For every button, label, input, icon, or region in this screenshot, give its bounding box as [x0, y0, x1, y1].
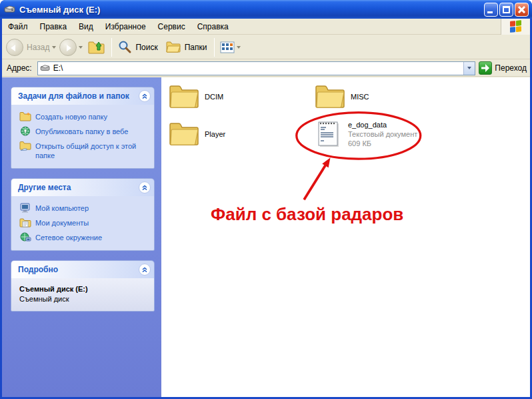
menu-favorites[interactable]: Избранное: [99, 20, 152, 33]
panel-other-places: Другие места: [11, 178, 155, 251]
task-label: Сетевое окружение: [35, 232, 102, 242]
collapse-button[interactable]: [139, 264, 151, 276]
folder-tile-dcim[interactable]: DCIM: [169, 84, 223, 109]
up-button[interactable]: [85, 38, 109, 57]
address-input[interactable]: E:\: [37, 61, 476, 75]
close-button[interactable]: [515, 3, 529, 17]
task-label: Открыть общий доступ к этой папке: [35, 141, 150, 160]
windows-flag-icon: [510, 20, 522, 33]
folder-icon: [169, 121, 199, 147]
publish-web-icon: [19, 126, 31, 136]
window-controls: [484, 3, 529, 17]
task-publish-web[interactable]: Опубликовать папку в вебе: [19, 126, 150, 136]
panel-body: Мой компьютер Мои документы: [11, 196, 154, 250]
search-icon: [117, 40, 132, 55]
task-label: Создать новую папку: [35, 111, 107, 121]
menu-tools[interactable]: Сервис: [152, 20, 191, 33]
back-button[interactable]: [6, 39, 23, 56]
back-dropdown-icon[interactable]: [52, 46, 56, 51]
details-drive-name: Съемный диск (E:): [19, 285, 150, 293]
menu-file[interactable]: Файл: [2, 20, 34, 33]
search-label: Поиск: [135, 43, 157, 52]
forward-dropdown-icon[interactable]: [79, 46, 83, 51]
file-size: 609 КБ: [348, 139, 417, 148]
collapse-button[interactable]: [139, 90, 151, 102]
annotation-text: Файл с базой радаров: [211, 204, 403, 225]
panel-title: Другие места: [18, 183, 71, 192]
go-arrow-icon: [479, 62, 491, 74]
up-folder-icon: [87, 39, 105, 55]
views-button[interactable]: [217, 40, 245, 55]
folders-icon: [165, 41, 181, 54]
windows-logo: [501, 19, 530, 35]
chevron-up-icon: [141, 183, 149, 191]
task-pane-sidebar: Задачи для файлов и папок: [2, 77, 161, 397]
my-computer-icon: [19, 203, 31, 213]
network-places-icon: [19, 232, 31, 242]
details-drive-type: Съемный диск: [19, 295, 150, 303]
folder-icon: [169, 84, 199, 109]
explorer-window: Съемный диск (E:) Файл Правка Вид Избран…: [0, 0, 532, 399]
views-dropdown-icon[interactable]: [237, 46, 241, 51]
panel-other-places-header[interactable]: Другие места: [11, 179, 154, 196]
chevron-up-icon: [141, 92, 149, 100]
go-label: Переход: [495, 63, 527, 73]
panel-body: Съемный диск (E:) Съемный диск: [11, 278, 154, 311]
address-label: Адрес:: [4, 63, 37, 73]
folder-tile-misc[interactable]: MISC: [315, 84, 369, 109]
share-folder-icon: [19, 141, 31, 151]
folder-tile-player[interactable]: Player: [169, 121, 225, 147]
removable-disk-icon: [4, 5, 16, 14]
annotation-arrow: [304, 165, 326, 200]
window-title: Съемный диск (E:): [19, 5, 484, 15]
file-meta: e_dog_data Текстовый документ 609 КБ: [348, 120, 417, 148]
menu-edit[interactable]: Правка: [34, 20, 73, 33]
panel-details: Подробно Съемный диск (E:) Съемный диск: [11, 260, 155, 312]
title-bar[interactable]: Съемный диск (E:): [0, 0, 532, 19]
folder-icon: [315, 84, 345, 109]
file-type: Текстовый документ: [348, 129, 417, 139]
panel-details-header[interactable]: Подробно: [11, 261, 154, 278]
annotation-arrowhead: [322, 157, 330, 167]
panel-file-tasks: Задачи для файлов и папок: [11, 87, 155, 169]
task-create-folder[interactable]: Создать новую папку: [19, 111, 150, 121]
window-body: Файл Правка Вид Избранное Сервис Справка…: [2, 19, 530, 397]
minimize-button[interactable]: [484, 3, 498, 17]
link-network-places[interactable]: Сетевое окружение: [19, 232, 150, 242]
link-my-computer[interactable]: Мой компьютер: [19, 203, 150, 213]
toolbar-separator: [111, 38, 112, 57]
panel-file-tasks-header[interactable]: Задачи для файлов и папок: [11, 87, 154, 105]
menu-view[interactable]: Вид: [73, 20, 99, 33]
panel-title: Задачи для файлов и папок: [18, 91, 129, 101]
address-value[interactable]: E:\: [53, 63, 464, 73]
folder-name: Player: [205, 130, 225, 138]
folders-label: Папки: [185, 43, 207, 52]
maximize-button[interactable]: [499, 3, 513, 17]
folder-name: DCIM: [205, 93, 223, 101]
folders-button[interactable]: Папки: [163, 39, 212, 55]
panel-body: Создать новую папку Опубликовать папку в…: [11, 105, 154, 168]
file-tile-e-dog-data[interactable]: e_dog_data Текстовый документ 609 КБ: [317, 120, 417, 148]
menu-bar: Файл Правка Вид Избранное Сервис Справка: [2, 19, 530, 35]
file-list-area[interactable]: DCIM MISC Player: [161, 77, 530, 397]
task-share-folder[interactable]: Открыть общий доступ к этой папке: [19, 141, 150, 160]
address-dropdown-button[interactable]: [463, 62, 475, 75]
link-my-documents[interactable]: Мои документы: [19, 218, 150, 228]
task-label: Опубликовать папку в вебе: [35, 126, 128, 136]
task-label: Мой компьютер: [35, 203, 89, 213]
content-area: Задачи для файлов и папок: [2, 77, 530, 397]
forward-button[interactable]: [59, 39, 77, 56]
text-document-icon: [317, 120, 341, 148]
my-documents-icon: [19, 218, 31, 228]
chevron-up-icon: [141, 266, 149, 274]
toolbar-separator: [214, 38, 215, 57]
menu-help[interactable]: Справка: [191, 20, 235, 33]
address-bar: Адрес: E:\ Переход: [2, 60, 530, 77]
collapse-button[interactable]: [139, 181, 151, 193]
go-button[interactable]: [479, 61, 492, 75]
disk-icon: [40, 64, 51, 72]
back-label: Назад: [27, 43, 49, 52]
file-name: e_dog_data: [348, 120, 417, 129]
new-folder-icon: [19, 111, 31, 121]
search-button[interactable]: Поиск: [115, 39, 162, 56]
